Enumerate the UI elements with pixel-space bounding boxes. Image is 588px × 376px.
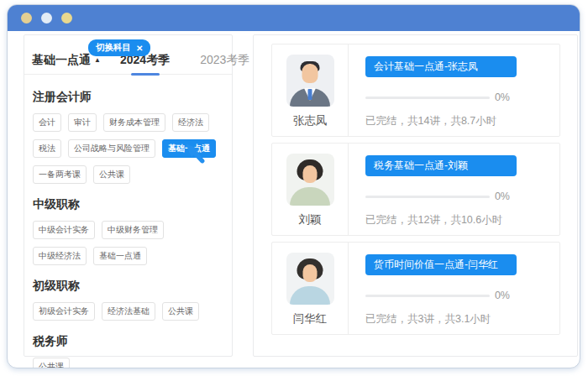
progress-percent: 0% [495,290,510,301]
course-list-panel: 张志凤 会计基础一点通-张志凤 0% 已完结，共14讲，共8.7小时 [253,34,578,357]
teacher-photo[interactable] [286,253,334,305]
section-tags: 中级会计实务 中级财务管理 中级经济法 基础一点通 [33,221,223,265]
avatar-body [290,88,330,107]
progress-percent: 0% [495,191,510,202]
subject-dropdown[interactable]: 基础一点通 ▲ [32,53,101,68]
subject-sections: 注册会计师 会计 审计 财务成本管理 经济法 税法 公 [33,75,223,368]
subject-section: 注册会计师 会计 审计 财务成本管理 经济法 税法 公 [33,90,223,184]
avatar-face [303,165,318,183]
subject-tag[interactable]: 中级经济法 [33,247,87,265]
subject-section: 中级职称 中级会计实务 中级财务管理 中级经济法 基础一点通 [33,197,223,265]
subject-tag[interactable]: 中级财务管理 [102,221,164,239]
subject-section: 初级职称 初级会计实务 经济法基础 公共课 [33,279,223,321]
subject-tag[interactable]: 初级会计实务 [33,302,95,321]
course-title-button[interactable]: 会计基础一点通-张志凤 [365,56,517,77]
progress-bar [365,97,490,99]
progress-row: 0% [365,191,510,202]
progress-bar [365,196,490,198]
panel-header: 切换科目 ✕ 基础一点通 ▲ 2024考季 2023考季 [24,35,232,75]
window-titlebar [8,5,580,31]
window-control-dot[interactable] [41,13,52,24]
progress-row: 0% [365,290,510,301]
subject-tag[interactable]: 审计 [68,113,97,132]
subject-tag[interactable]: 税法 [33,139,61,158]
course-title-button[interactable]: 货币时间价值一点通-闫华红 [365,254,517,275]
window-control-dot[interactable] [21,13,32,24]
course-card: 闫华红 货币时间价值一点通-闫华红 0% 已完结，共3讲，共3.1小时 [271,242,560,335]
progress-row: 0% [365,91,510,103]
teacher-name: 闫华红 [293,311,328,326]
avatar-body [290,187,330,206]
course-card: 张志凤 会计基础一点通-张志凤 0% 已完结，共14讲，共8.7小时 [271,44,560,137]
app-window: 切换科目 ✕ 基础一点通 ▲ 2024考季 2023考季 注册会计师 [7,4,580,368]
teacher-cell: 闫华红 [272,243,349,334]
subject-dropdown-label: 基础一点通 [32,53,91,68]
section-title: 注册会计师 [33,90,223,105]
course-info: 已完结，共3讲，共3.1小时 [365,312,559,326]
switch-subject-label: 切换科目 [96,42,131,54]
subject-tag[interactable]: 公共课 [93,165,130,184]
avatar-body [290,286,330,305]
subject-tag[interactable]: 公共课 [162,302,199,321]
subject-tag[interactable]: 财务成本管理 [103,113,165,132]
course-info: 已完结，共14讲，共8.7小时 [365,114,559,128]
season-tab[interactable]: 2023考季 [200,53,249,68]
subject-tag[interactable]: 经济法基础 [102,302,155,321]
close-icon[interactable]: ✕ [136,44,143,53]
section-title: 初级职称 [33,279,223,294]
course-details: 货币时间价值一点通-闫华红 0% 已完结，共3讲，共3.1小时 [349,243,559,334]
course-details: 会计基础一点通-张志凤 0% 已完结，共14讲，共8.7小时 [349,44,559,136]
teacher-photo[interactable] [286,55,334,107]
progress-bar [365,295,490,297]
section-title: 税务师 [33,334,223,349]
subject-tag[interactable]: 一备两考课 [33,165,87,184]
subject-tag[interactable]: 经济法 [172,113,209,132]
progress-percent: 0% [495,91,510,103]
avatar-face [302,64,318,83]
cursor-pointer-icon [183,142,205,164]
teacher-name: 刘颖 [299,212,322,227]
window-control-dot[interactable] [61,13,72,24]
subject-tag[interactable]: 会计 [33,113,61,132]
section-title: 中级职称 [33,197,223,212]
subject-section: 税务师 公共课 [33,334,223,368]
subject-tag[interactable]: 基础一点通 [93,247,147,265]
section-tags: 初级会计实务 经济法基础 公共课 [33,302,223,321]
subject-tag[interactable]: 公共课 [33,358,70,368]
teacher-cell: 刘颖 [272,144,349,235]
caret-up-icon: ▲ [94,57,101,64]
teacher-cell: 张志凤 [272,44,349,136]
teacher-name: 张志凤 [293,113,328,128]
course-title-button[interactable]: 税务基础一点通-刘颖 [365,155,517,176]
course-info: 已完结，共12讲，共10.6小时 [365,213,559,227]
teacher-photo[interactable] [286,154,334,206]
subject-tag[interactable]: 公司战略与风险管理 [68,139,155,158]
subject-filter-panel: 切换科目 ✕ 基础一点通 ▲ 2024考季 2023考季 注册会计师 [24,34,233,357]
course-card: 刘颖 税务基础一点通-刘颖 0% 已完结，共12讲，共10.6小时 [271,143,560,236]
course-details: 税务基础一点通-刘颖 0% 已完结，共12讲，共10.6小时 [349,144,559,235]
switch-subject-badge[interactable]: 切换科目 ✕ [88,39,150,56]
subject-tag[interactable]: 中级会计实务 [33,221,95,239]
section-tags: 公共课 [33,358,223,368]
avatar-face [303,264,318,282]
